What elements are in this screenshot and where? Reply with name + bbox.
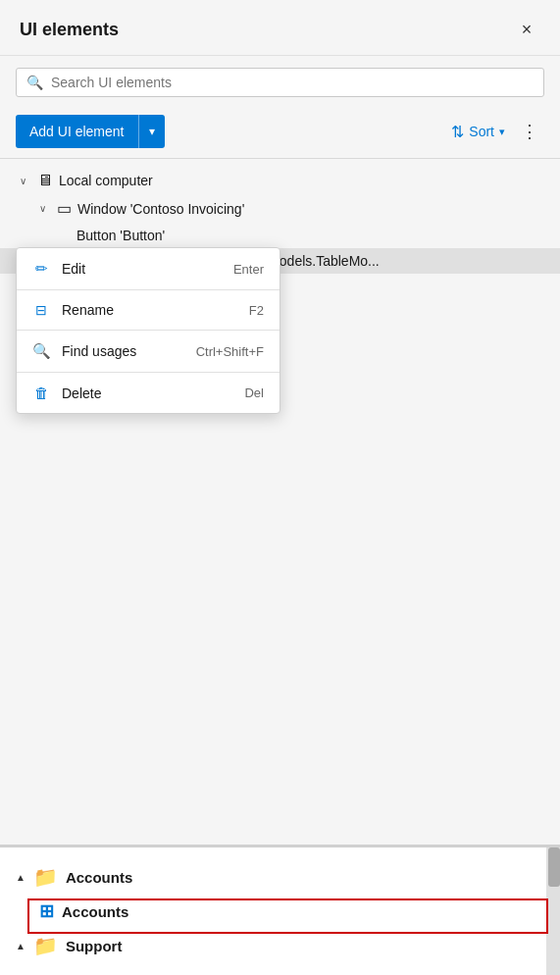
sort-label: Sort <box>469 124 494 139</box>
panel-header: UI elements × <box>0 0 560 56</box>
tree-item-local-computer[interactable]: ∨ 🖥 Local computer <box>0 167 560 194</box>
bottom-section: ▲ 📁 Accounts ⊞ Accounts ▲ 📁 Support <box>0 845 560 975</box>
context-menu: ✏ Edit Enter ⊟ Rename F2 🔍 Find usages <box>16 247 280 414</box>
support-parent-label: Support <box>66 938 123 954</box>
delete-icon: 🗑 <box>32 385 50 401</box>
ctx-divider-1 <box>17 289 280 290</box>
sort-button[interactable]: ⇅ Sort ▾ <box>445 119 511 145</box>
ctx-find-usages[interactable]: 🔍 Find usages Ctrl+Shift+F <box>17 334 280 368</box>
add-ui-element-label: Add UI element <box>16 115 139 148</box>
window-icon: ▭ <box>57 199 72 218</box>
ctx-rename-shortcut: F2 <box>249 303 264 318</box>
scrollbar-thumb[interactable] <box>548 847 560 887</box>
more-icon: ⋮ <box>521 121 538 142</box>
scrollbar-track[interactable] <box>546 847 560 975</box>
ctx-rename[interactable]: ⊟ Rename F2 <box>17 294 280 326</box>
folder-icon-accounts: 📁 <box>33 865 58 889</box>
ctx-delete-shortcut: Del <box>244 385 264 400</box>
edit-icon: ✏ <box>32 260 50 278</box>
rename-icon: ⊟ <box>32 302 50 318</box>
tree-item-label: Button 'Button' <box>76 228 165 243</box>
app-tree-support-parent[interactable]: ▲ 📁 Support <box>0 928 560 963</box>
table-icon-accounts: ⊞ <box>39 900 54 922</box>
tree-item-button[interactable]: Button 'Button' <box>0 223 560 248</box>
ctx-rename-label: Rename <box>62 302 114 318</box>
accounts-parent-label: Accounts <box>66 869 132 886</box>
app-tree-accounts-parent[interactable]: ▲ 📁 Accounts <box>0 859 560 895</box>
app-tree-accounts-child[interactable]: ⊞ Accounts <box>0 895 560 928</box>
tree-item-window-contoso[interactable]: ∨ ▭ Window 'Contoso Invoicing' <box>0 194 560 223</box>
tree-area: ∨ 🖥 Local computer ∨ ▭ Window 'Contoso I… <box>0 159 560 845</box>
panel-title: UI elements <box>20 20 119 40</box>
ctx-edit[interactable]: ✏ Edit Enter <box>17 252 280 285</box>
triangle-icon-support: ▲ <box>16 941 25 951</box>
folder-icon-support: 📁 <box>33 934 58 957</box>
close-button[interactable]: × <box>513 16 540 43</box>
search-icon: 🔍 <box>26 75 43 90</box>
ctx-divider-2 <box>17 330 280 331</box>
ctx-delete-label: Delete <box>62 385 101 401</box>
search-container: 🔍 <box>0 56 560 109</box>
chevron-icon: ∨ <box>20 176 31 186</box>
toolbar: Add UI element ▾ ⇅ Sort ▾ ⋮ <box>0 109 560 159</box>
tree-item-label: Window 'Contoso Invoicing' <box>77 201 244 217</box>
computer-icon: 🖥 <box>37 172 53 189</box>
chevron-icon: ∨ <box>39 203 51 214</box>
ctx-edit-shortcut: Enter <box>233 262 264 277</box>
accounts-child-label: Accounts <box>62 903 128 920</box>
add-ui-element-button[interactable]: Add UI element ▾ <box>16 115 165 148</box>
toolbar-right: ⇅ Sort ▾ ⋮ <box>445 117 544 146</box>
sort-dropdown-arrow: ▾ <box>499 126 505 138</box>
add-ui-element-dropdown-arrow[interactable]: ▾ <box>139 115 165 148</box>
ctx-divider-3 <box>17 372 280 373</box>
ctx-find-usages-shortcut: Ctrl+Shift+F <box>196 344 264 359</box>
app-window: ▲ 📁 Accounts ⊞ Accounts ▲ 📁 Support <box>0 847 560 975</box>
sort-icon: ⇅ <box>451 123 464 141</box>
find-usages-icon: 🔍 <box>32 342 50 360</box>
ctx-edit-label: Edit <box>62 261 85 277</box>
triangle-icon-accounts: ▲ <box>16 872 25 883</box>
ctx-find-usages-label: Find usages <box>62 343 136 359</box>
ui-elements-panel: UI elements × 🔍 Add UI element ▾ ⇅ Sort … <box>0 0 560 975</box>
ctx-delete[interactable]: 🗑 Delete Del <box>17 377 280 409</box>
search-box: 🔍 <box>16 68 544 97</box>
more-options-button[interactable]: ⋮ <box>515 117 544 146</box>
search-input[interactable] <box>51 75 534 90</box>
tree-item-label: Local computer <box>59 173 153 188</box>
